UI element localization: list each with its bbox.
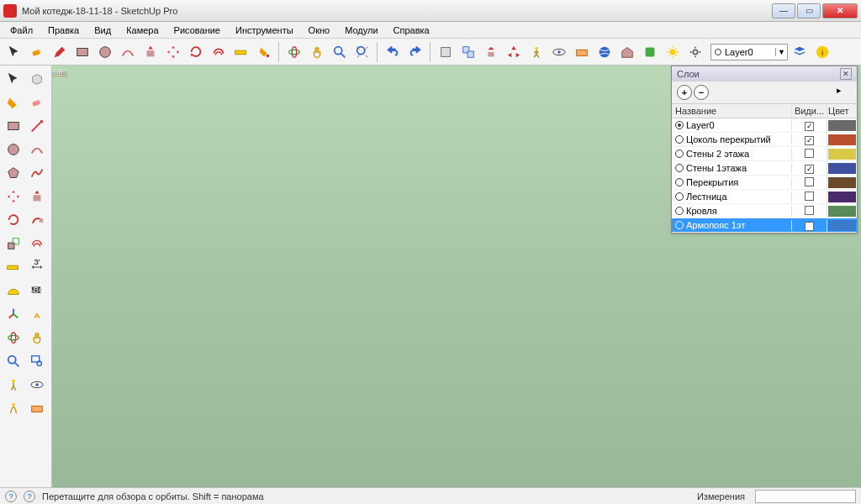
layer-dropdown-value[interactable]	[725, 47, 775, 57]
layer-row[interactable]: Кровля	[672, 204, 857, 218]
section-icon[interactable]	[571, 41, 593, 63]
protractor-icon[interactable]	[2, 279, 24, 302]
layer-visible-checkbox[interactable]	[805, 222, 814, 231]
layer-row[interactable]: Лестница	[672, 190, 857, 204]
layer-active-radio[interactable]	[675, 221, 684, 229]
minimize-button[interactable]: ―	[772, 3, 795, 18]
layer-row[interactable]: Цоколь перекрытий	[672, 133, 857, 147]
col-name[interactable]: Название	[672, 106, 791, 116]
orbit-icon[interactable]	[283, 41, 305, 63]
eraser-icon[interactable]	[26, 41, 48, 63]
close-icon[interactable]: ✕	[840, 68, 852, 80]
layer-color-swatch[interactable]	[828, 177, 856, 188]
layer-row[interactable]: Layer0	[672, 118, 857, 133]
arc-icon[interactable]	[117, 41, 139, 63]
section-tool-icon[interactable]	[25, 396, 48, 419]
layer-active-radio[interactable]	[675, 121, 684, 129]
layer-row[interactable]: Армопояс 1эт	[672, 218, 857, 233]
pushpull-tool-icon[interactable]	[25, 185, 48, 207]
axes-tool-icon[interactable]	[2, 302, 24, 325]
redo-icon[interactable]	[404, 41, 426, 63]
menu-рисование[interactable]: Рисование	[167, 24, 227, 37]
chevron-down-icon[interactable]: ▼	[775, 48, 787, 56]
position-camera-icon[interactable]	[2, 373, 24, 396]
layers-menu-icon[interactable]: ▸	[837, 85, 852, 100]
offset-icon[interactable]	[208, 41, 230, 63]
layer-visible-checkbox[interactable]	[805, 122, 814, 131]
layer-row[interactable]: Стены 1этажа	[672, 161, 857, 176]
zoom-icon[interactable]	[329, 41, 351, 63]
arc-tool-icon[interactable]	[25, 138, 48, 160]
pushpull-icon[interactable]	[140, 41, 161, 63]
tape-tool-icon[interactable]	[2, 255, 24, 278]
menu-файл[interactable]: Файл	[3, 24, 40, 37]
polygon-icon[interactable]	[2, 161, 24, 184]
menu-окно[interactable]: Окно	[302, 24, 337, 37]
menu-камера[interactable]: Камера	[119, 24, 165, 37]
zoom-extents-icon[interactable]	[351, 41, 373, 63]
layers-manager-icon[interactable]	[789, 41, 811, 63]
3dtext-icon[interactable]: A	[25, 302, 48, 325]
layer-color-swatch[interactable]	[828, 206, 856, 217]
menu-модули[interactable]: Модули	[338, 24, 384, 37]
extension-icon[interactable]	[639, 41, 661, 63]
pencil-icon[interactable]	[49, 41, 71, 63]
info-icon[interactable]: i	[811, 41, 833, 63]
sun-icon[interactable]	[662, 41, 684, 63]
rectangle-tool-icon[interactable]	[2, 114, 24, 137]
move-tool-icon[interactable]	[2, 185, 24, 207]
remove-layer-button[interactable]: −	[694, 85, 709, 100]
col-visible[interactable]: Види...	[791, 106, 827, 116]
rotate-tool-icon[interactable]	[2, 208, 24, 231]
layer-color-swatch[interactable]	[828, 163, 856, 174]
move-icon[interactable]	[162, 41, 184, 63]
look-around-icon[interactable]	[25, 373, 48, 396]
layer-row[interactable]: Стены 2 этажа	[672, 147, 857, 161]
orbit-tool-icon[interactable]	[2, 326, 24, 349]
pan-icon[interactable]	[306, 41, 328, 63]
walk-icon[interactable]	[526, 41, 547, 63]
walk-tool-icon[interactable]	[2, 396, 24, 419]
layer-color-swatch[interactable]	[828, 134, 856, 145]
layer-visible-checkbox[interactable]	[805, 206, 814, 215]
tape-icon[interactable]	[230, 41, 252, 63]
menu-вид[interactable]: Вид	[87, 24, 118, 37]
circle-tool-icon[interactable]	[2, 138, 24, 160]
maximize-button[interactable]: ▭	[797, 3, 821, 18]
look-icon[interactable]	[548, 41, 570, 63]
tip-icon[interactable]: ?	[24, 491, 35, 502]
layer-visible-checkbox[interactable]	[805, 149, 814, 158]
layer-active-radio[interactable]	[675, 135, 684, 144]
layer-color-swatch[interactable]	[828, 149, 856, 160]
add-layer-button[interactable]: +	[677, 85, 692, 100]
select-icon[interactable]	[2, 67, 24, 90]
component-icon[interactable]	[435, 41, 457, 63]
scale-icon[interactable]	[2, 232, 24, 255]
rotate-icon[interactable]	[185, 41, 207, 63]
followme-icon[interactable]	[25, 208, 48, 231]
eraser-icon[interactable]	[25, 91, 48, 113]
layer-visible-checkbox[interactable]	[805, 177, 814, 186]
circle-icon[interactable]	[94, 41, 116, 63]
offset-tool-icon[interactable]	[25, 232, 48, 255]
undo-icon[interactable]	[382, 41, 404, 63]
axes-icon[interactable]	[503, 41, 525, 63]
layer-color-swatch[interactable]	[828, 220, 856, 231]
pan-tool-icon[interactable]	[25, 326, 48, 349]
menu-инструменты[interactable]: Инструменты	[229, 24, 300, 37]
line-tool-icon[interactable]	[25, 114, 48, 137]
dimension-icon[interactable]	[480, 41, 502, 63]
warehouse-icon[interactable]	[616, 41, 638, 63]
group-icon[interactable]	[457, 41, 479, 63]
layer-active-radio[interactable]	[675, 207, 684, 215]
measurements-input[interactable]	[755, 490, 856, 503]
close-button[interactable]: ✕	[822, 3, 858, 18]
rectangle-icon[interactable]	[71, 41, 93, 63]
layer-active-radio[interactable]	[675, 192, 684, 201]
layer-color-swatch[interactable]	[828, 192, 856, 202]
help-icon[interactable]: ?	[5, 491, 17, 502]
viewport-3d[interactable]: Слои ✕ + − ▸ Название Види... Цвет Layer…	[52, 66, 861, 487]
layer-color-swatch[interactable]	[828, 120, 856, 131]
select-tool-icon[interactable]	[3, 41, 25, 63]
layer-active-radio[interactable]	[675, 150, 684, 158]
